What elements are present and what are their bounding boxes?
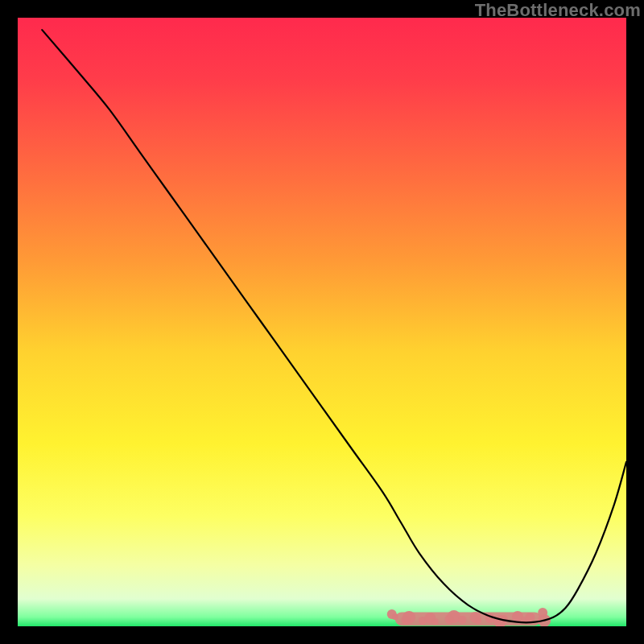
svg-point-6 <box>432 618 439 625</box>
chart-frame <box>18 18 626 626</box>
bottleneck-chart <box>18 18 626 626</box>
svg-point-19 <box>387 609 397 619</box>
svg-point-8 <box>448 610 460 623</box>
svg-point-20 <box>538 608 547 617</box>
svg-point-3 <box>402 611 415 624</box>
watermark-text: TheBottleneck.com <box>475 0 641 21</box>
svg-point-11 <box>475 617 481 624</box>
svg-point-9 <box>458 616 466 624</box>
svg-point-17 <box>525 613 535 622</box>
